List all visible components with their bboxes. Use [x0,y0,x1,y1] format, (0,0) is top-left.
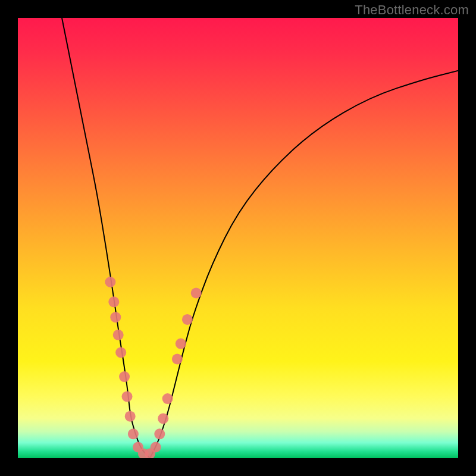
chart-svg [18,18,458,458]
data-markers [105,277,201,458]
marker-15 [162,393,173,404]
marker-8 [128,428,139,439]
marker-17 [176,339,186,349]
curve-right-branch [150,71,458,458]
marker-0 [105,277,115,287]
marker-4 [115,347,126,358]
marker-6 [122,391,133,402]
marker-12 [151,442,161,453]
marker-19 [191,288,202,299]
watermark-text: TheBottleneck.com [355,2,469,18]
marker-14 [158,413,168,424]
marker-16 [172,354,183,365]
chart-frame: TheBottleneck.com [0,0,476,476]
plot-area [18,18,458,458]
marker-18 [182,314,193,325]
marker-3 [113,330,124,340]
marker-1 [108,296,119,307]
marker-2 [110,312,121,322]
marker-7 [125,411,136,422]
curve-left-branch [62,18,150,458]
bottleneck-curve [62,18,458,458]
marker-13 [154,428,165,439]
marker-5 [119,371,130,382]
